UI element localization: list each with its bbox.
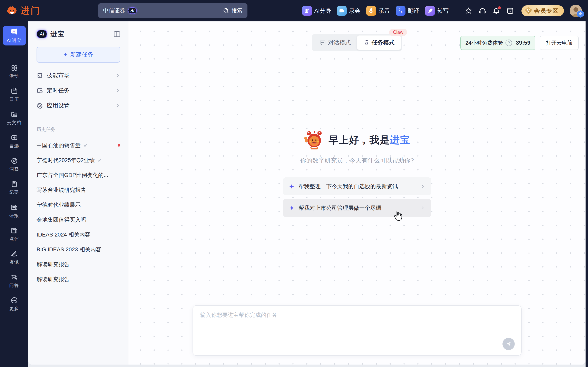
history-item[interactable]: 解读研究报告 [36,272,120,287]
notifications-bell-icon[interactable] [493,7,500,15]
rail-item-more[interactable]: 更多 [9,297,19,312]
insight-compass-icon [11,157,18,165]
rail-item-minutes[interactable]: 纪要 [9,180,19,196]
menu-item-label: 技能市场 [47,72,112,79]
search-input[interactable]: 中信证券 AI 搜索 [98,3,247,18]
rail-item-activities[interactable]: 活动 [9,64,19,79]
topbar-quick-icons [465,7,514,15]
topbar-tools: AI分身 录会 录音 文A 翻译 [302,0,582,21]
history-item-label: 宁德时代业绩展示 [36,201,81,209]
task-mode-tab[interactable]: 任务模式 [357,35,401,50]
greeting-highlight: 进宝 [390,134,410,145]
suggestion-watchlist-news[interactable]: 帮我整理一下今天我的自选股的最新资讯 [283,177,431,195]
history-item-label: BIG IDEAS 2023 相关内容 [36,246,102,253]
trial-timer: 39:59 [516,40,530,46]
rail-item-label: 云文档 [7,120,22,126]
rail-item-watchlist[interactable]: 自选 [9,134,19,149]
chevron-right-icon [420,184,425,189]
tool-ai-clone[interactable]: AI分身 [302,6,331,16]
newspaper-icon [11,204,18,211]
history-item[interactable]: IDEAS 2024 相关内容 [36,227,120,242]
app-shell: AI AI进宝 活动 日历 云文档 自选 [0,21,588,367]
notification-dot [498,6,501,9]
activities-clover-icon [11,64,18,72]
search-value: 中信证券 [103,7,125,14]
menu-item-scheduled-tasks[interactable]: 定时任务 [36,83,120,98]
pin-icon [83,143,88,148]
menu-item-skill-market[interactable]: 技能市场 [36,68,120,83]
history-item[interactable]: 解读研究报告 [36,257,120,272]
help-question-icon[interactable]: ? [506,40,512,46]
top-bar: 进门 中信证券 AI 搜索 AI分身 [0,0,588,21]
gear-icon [36,102,43,109]
task-mode-label: 任务模式 [372,39,395,47]
rail-item-research-reports[interactable]: 研报 [9,204,19,219]
chevron-right-icon [115,88,120,93]
rail-item-insight[interactable]: 洞察 [9,157,19,172]
favorite-star-icon[interactable] [465,7,472,15]
tool-translate[interactable]: 文A 翻译 [396,6,419,16]
send-button[interactable] [502,338,515,350]
history-item[interactable]: 写茅台业绩研究报告 [36,183,120,197]
app-window: 进门 中信证券 AI 搜索 AI分身 [0,0,588,367]
history-item[interactable]: 广东占全国GDP比例变化的... [36,167,120,183]
history-list: 中国石油的销售量 宁德时代2025年Q2业绩 广东占全国GDP比例变化的... … [36,138,120,287]
panel-title: 进宝 [51,30,65,39]
brand-name: 进门 [20,5,41,17]
chat-bubbles-icon [11,273,18,281]
rail-item-commentary[interactable]: 点评 [9,227,19,242]
menu-item-app-settings[interactable]: 应用设置 [36,98,120,113]
tool-audio-record[interactable]: 录音 [366,6,390,16]
brand-logo[interactable]: 进门 [6,5,41,17]
collapse-panel-icon[interactable] [114,31,120,37]
task-input[interactable] [200,311,499,342]
rail-item-label: 活动 [9,73,19,79]
free-trial-pill[interactable]: 24小时免费体验 ? 39:59 [460,36,535,50]
plus-icon: + [64,51,68,58]
chat-mode-tab[interactable]: 对话模式 [313,35,357,50]
microphone-icon [366,6,376,16]
rail-item-cloud-docs[interactable]: 云文档 [7,111,22,126]
history-item[interactable]: 金地集团值得买入吗 [36,212,120,227]
mode-toggle: 对话模式 任务模式 Claw [312,34,402,51]
search-sparkle-icon [223,8,229,14]
archive-box-icon[interactable] [506,7,514,15]
jinbao-ai-logo: AI [36,30,47,38]
history-item[interactable]: 中国石油的销售量 [36,138,120,153]
diamond-spark-icon [289,205,295,211]
chevron-right-icon [420,206,425,210]
rail-item-news[interactable]: 资讯 [9,250,19,265]
history-item[interactable]: BIG IDEAS 2023 相关内容 [36,242,120,257]
open-cloud-pc-button[interactable]: 打开云电脑 [540,36,579,50]
rail-item-label: 研报 [9,213,19,219]
tool-transcribe[interactable]: 转写 [425,6,449,16]
history-item[interactable]: 宁德时代2025年Q2业绩 [36,153,120,167]
history-item[interactable]: 宁德时代业绩展示 [36,197,120,212]
tool-meeting-record[interactable]: 录会 [337,6,361,16]
jinbao-mascot [304,129,325,151]
rail-item-label: 纪要 [9,189,19,196]
search-button[interactable]: 搜索 [223,7,242,14]
history-item-label: 宁德时代2025年Q2业绩 [36,157,95,164]
rail-item-label: AI进宝 [7,38,22,44]
brand-fox-icon [6,5,17,17]
user-avatar[interactable]: 企 [570,5,582,17]
topbar-divider [456,6,456,15]
history-section-title: 历史任务 [36,126,120,133]
rail-item-calendar[interactable]: 日历 [9,87,19,103]
pen-writing-icon [11,250,18,258]
member-gem-icon: V [525,7,532,15]
history-item-label: 金地集团值得买入吗 [36,216,86,224]
support-headset-icon[interactable] [479,7,486,15]
member-zone-badge[interactable]: V 会员专区 [521,5,564,16]
suggestion-due-diligence[interactable]: 帮我对上市公司管理层做一个尽调 [283,199,431,217]
rail-item-ai-jinbao[interactable]: AI AI进宝 [3,26,26,45]
rail-item-qa[interactable]: 问答 [9,273,19,289]
claw-glove-icon [363,40,369,46]
rail-item-label: 洞察 [9,166,19,172]
tool-label: 翻译 [408,7,419,15]
menu-item-label: 应用设置 [47,102,112,109]
new-task-button[interactable]: + 新建任务 [36,47,120,63]
greeting-block: 早上好，我是进宝 你的数字研究员，今天有什么可以帮助你? 帮我整理一下今天我的自… [129,129,586,217]
pin-icon [97,158,102,163]
